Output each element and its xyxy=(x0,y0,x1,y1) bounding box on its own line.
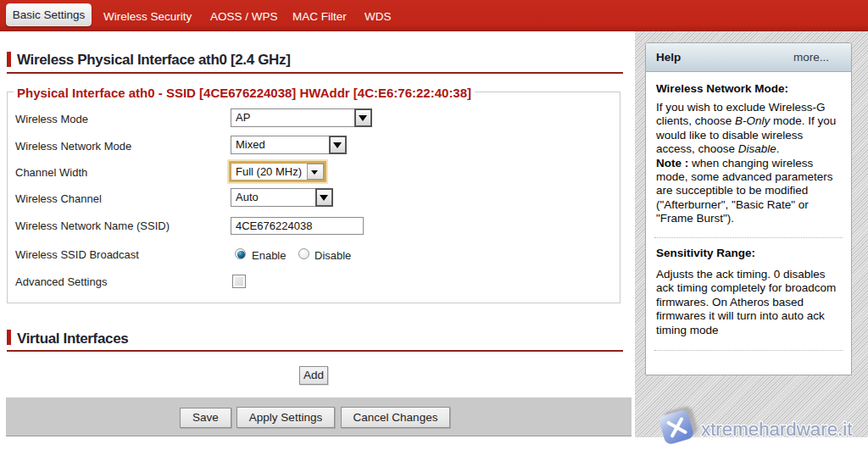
svg-text:xtremehardware.it: xtremehardware.it xyxy=(701,419,853,440)
